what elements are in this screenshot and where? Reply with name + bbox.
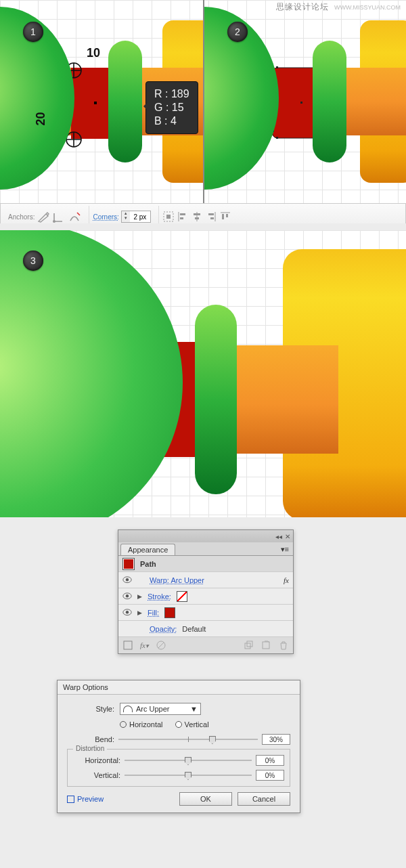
corners-label[interactable]: Corners: xyxy=(93,213,118,221)
dh-value[interactable]: 0% xyxy=(256,755,284,766)
bend-label: Bend: xyxy=(67,735,114,743)
svg-point-25 xyxy=(126,611,129,613)
appearance-title-row: Path xyxy=(118,556,293,572)
step-badge-3: 3 xyxy=(23,251,43,271)
new-icon[interactable] xyxy=(261,640,271,651)
svg-rect-13 xyxy=(180,217,183,219)
style-label: Style: xyxy=(67,705,114,713)
new-art-icon[interactable] xyxy=(122,640,133,651)
step-badge-2: 2 xyxy=(227,22,248,42)
cancel-button[interactable]: Cancel xyxy=(238,792,290,806)
svg-rect-18 xyxy=(222,214,224,219)
stroke-none-swatch[interactable] xyxy=(177,591,187,602)
effect-link[interactable]: Warp: Arc Upper xyxy=(150,576,204,584)
svg-rect-15 xyxy=(195,217,199,219)
radio-horizontal[interactable]: Horizontal xyxy=(120,720,163,729)
dh-label: Horizontal: xyxy=(73,756,120,764)
panel-menu-icon[interactable]: ▾≡ xyxy=(277,544,293,555)
green-ring-icon xyxy=(313,41,346,162)
opacity-row[interactable]: Opacity: Default xyxy=(118,621,293,637)
stroke-row[interactable]: ▶ Stroke: xyxy=(118,588,293,605)
svg-rect-16 xyxy=(208,213,214,215)
visibility-icon[interactable] xyxy=(122,609,132,616)
close-icon[interactable]: ✕ xyxy=(285,533,290,540)
opacity-value: Default xyxy=(182,625,206,633)
dv-value[interactable]: 0% xyxy=(256,770,284,781)
bend-slider[interactable] xyxy=(118,735,258,744)
anchor-corner-icon[interactable] xyxy=(52,210,66,223)
watermark: 思缘设计论坛 WWW.MISSYUAN.COM xyxy=(276,1,401,13)
warp-title: Warp Options xyxy=(58,680,300,695)
green-bulb-icon xyxy=(0,230,183,517)
step-badge-1: 1 xyxy=(23,22,43,42)
bend-value[interactable]: 30% xyxy=(262,734,290,745)
fill-swatch[interactable] xyxy=(164,607,175,618)
dv-slider[interactable] xyxy=(125,771,252,780)
svg-point-23 xyxy=(126,594,129,597)
style-select[interactable]: Arc Upper ▼ xyxy=(120,703,201,715)
expand-icon[interactable]: ▶ xyxy=(137,593,142,600)
corners-input[interactable] xyxy=(130,211,150,222)
corners-stepper[interactable]: ▲▼ xyxy=(121,211,151,223)
rgb-tooltip: R : 189 G : 15 B : 4 xyxy=(145,81,198,134)
dh-slider[interactable] xyxy=(125,756,252,765)
stroke-label[interactable]: Stroke: xyxy=(148,592,171,601)
align-top-icon[interactable] xyxy=(219,211,231,223)
watermark-main: 思缘设计论坛 xyxy=(276,2,329,12)
distortion-legend: Distortion xyxy=(73,745,107,752)
rgb-r: R : 189 xyxy=(154,87,189,101)
svg-rect-14 xyxy=(194,213,200,215)
preview-checkbox[interactable]: Preview xyxy=(67,795,104,803)
align-right-icon[interactable] xyxy=(205,211,217,223)
svg-rect-28 xyxy=(245,643,250,649)
step-2-pane: 2 xyxy=(203,0,406,203)
visibility-icon[interactable] xyxy=(122,592,132,600)
svg-rect-4 xyxy=(276,137,278,139)
appearance-title: Path xyxy=(140,560,156,568)
step-1-pane: 10 20 1 R : 189 G : 15 B : 4 xyxy=(0,0,203,203)
svg-rect-8 xyxy=(300,102,302,104)
visibility-icon[interactable] xyxy=(122,576,132,584)
pen-convert-icon[interactable] xyxy=(37,210,50,223)
stepper-arrows-icon[interactable]: ▲▼ xyxy=(122,211,130,222)
align-center-icon[interactable] xyxy=(191,211,203,223)
dimension-h: 20 xyxy=(34,112,48,125)
panel-footer: fx▾ xyxy=(118,637,293,653)
step-3-canvas: 3 xyxy=(0,230,406,517)
bounds-icon[interactable] xyxy=(162,211,175,223)
dimension-w: 10 xyxy=(87,46,100,60)
green-ring-icon xyxy=(108,41,142,162)
opacity-label[interactable]: Opacity: xyxy=(150,625,177,633)
fill-label[interactable]: Fill: xyxy=(148,609,159,617)
align-left-icon[interactable] xyxy=(177,211,189,223)
tab-appearance[interactable]: Appearance xyxy=(120,544,175,555)
svg-rect-17 xyxy=(210,217,214,219)
trash-icon[interactable] xyxy=(278,640,289,651)
fx-icon[interactable]: fx xyxy=(284,576,289,584)
add-fx-icon[interactable]: fx▾ xyxy=(140,641,149,649)
path-swatch-icon[interactable] xyxy=(122,558,135,570)
green-ring-icon xyxy=(195,305,237,494)
panel-tabs: Appearance ▾≡ xyxy=(118,542,293,556)
radio-vertical[interactable]: Vertical xyxy=(175,720,209,729)
duplicate-icon[interactable] xyxy=(243,640,254,651)
anchor-cut-icon[interactable] xyxy=(68,210,81,223)
control-toolbar: Anchors: Corners: ▲▼ xyxy=(0,203,406,223)
panel-header[interactable]: ◂◂ ✕ xyxy=(118,530,293,542)
panels-area: ◂◂ ✕ Appearance ▾≡ Path Warp: Arc Upper … xyxy=(0,517,406,863)
fill-row[interactable]: ▶ Fill: xyxy=(118,605,293,621)
warp-options-dialog[interactable]: Warp Options Style: Arc Upper ▼ Horizont… xyxy=(57,680,300,813)
svg-rect-12 xyxy=(180,213,185,215)
collapse-icon[interactable]: ◂◂ xyxy=(275,533,282,540)
ok-button[interactable]: OK xyxy=(179,792,232,806)
effect-row[interactable]: Warp: Arc Upper fx xyxy=(118,572,293,588)
rgb-b: B : 4 xyxy=(154,114,189,128)
svg-rect-26 xyxy=(124,641,132,649)
watermark-sub: WWW.MISSYUAN.COM xyxy=(334,4,401,11)
appearance-panel[interactable]: ◂◂ ✕ Appearance ▾≡ Path Warp: Arc Upper … xyxy=(118,529,294,654)
svg-rect-2 xyxy=(276,66,278,68)
clear-icon[interactable] xyxy=(156,640,166,651)
distortion-group: Distortion Horizontal: 0% Vertical: 0% xyxy=(67,749,290,787)
style-value: Arc Upper xyxy=(136,705,170,713)
expand-icon[interactable]: ▶ xyxy=(137,609,142,616)
